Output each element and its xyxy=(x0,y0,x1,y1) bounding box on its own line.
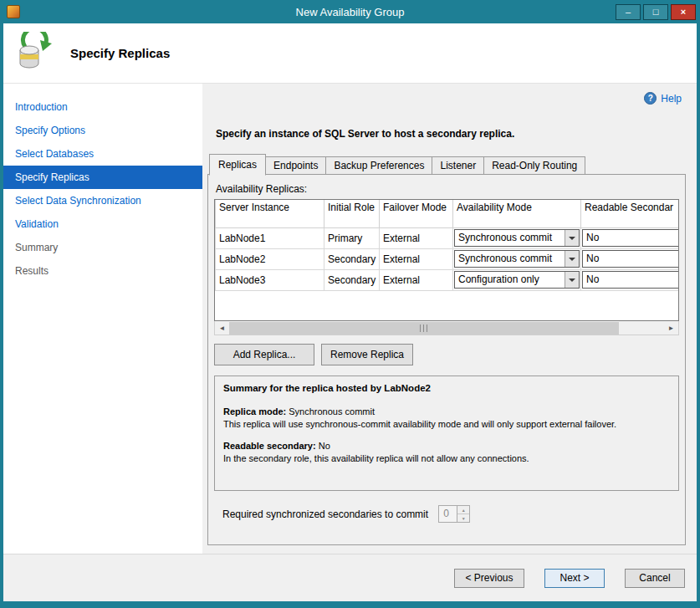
table-row: LabNode3 Secondary External Configuratio… xyxy=(216,269,680,290)
column-header-failover-mode: Failover Mode xyxy=(380,200,453,227)
cell-server-instance: LabNode3 xyxy=(216,269,324,290)
readable-secondary-dropdown[interactable]: No xyxy=(582,229,679,247)
dropdown-button[interactable] xyxy=(565,272,579,288)
availability-mode-value: Configuration only xyxy=(455,272,565,288)
title-bar: New Availability Group – □ × xyxy=(3,0,697,23)
sidebar-item-results: Results xyxy=(3,259,202,283)
readable-secondary-value: No xyxy=(319,441,330,451)
commit-setting-label: Required synchronized secondaries to com… xyxy=(222,508,428,520)
replica-database-icon xyxy=(15,32,54,74)
availability-mode-dropdown[interactable]: Synchronous commit xyxy=(454,250,580,268)
sidebar-item-select-databases[interactable]: Select Databases xyxy=(3,142,202,166)
help-link[interactable]: ? Help xyxy=(644,92,682,105)
wizard-steps-sidebar: Introduction Specify Options Select Data… xyxy=(3,84,202,554)
wizard-header: Specify Replicas xyxy=(3,23,697,84)
grid-header-row: Server Instance Initial Role Failover Mo… xyxy=(216,200,680,227)
spinner-up-icon[interactable]: ▲ xyxy=(457,506,469,513)
scroll-right-icon[interactable]: ► xyxy=(664,322,678,335)
secondaries-to-commit-spinner[interactable]: 0 ▲ ▼ xyxy=(438,505,470,523)
page-title: Specify Replicas xyxy=(70,46,170,60)
maximize-button[interactable]: □ xyxy=(643,4,668,20)
sidebar-item-specify-options[interactable]: Specify Options xyxy=(3,119,202,142)
chevron-down-icon xyxy=(569,258,575,261)
dropdown-button[interactable] xyxy=(565,251,579,267)
spinner-value: 0 xyxy=(439,506,457,522)
readable-secondary-line: Readable secondary: No xyxy=(223,441,670,452)
help-icon: ? xyxy=(644,92,657,105)
chevron-down-icon xyxy=(569,278,575,282)
replicas-tab-panel: Availability Replicas: Server Instance I… xyxy=(207,174,686,545)
tab-replicas[interactable]: Replicas xyxy=(209,154,266,176)
replica-summary-box: Summary for the replica hosted by LabNod… xyxy=(214,376,679,491)
replica-mode-label: Replica mode: xyxy=(223,406,286,416)
cell-server-instance: LabNode2 xyxy=(216,248,324,269)
cell-initial-role: Secondary xyxy=(324,248,380,269)
window-controls: – □ × xyxy=(616,4,697,20)
tab-strip: Replicas Endpoints Backup Preferences Li… xyxy=(209,154,686,175)
tab-backup-preferences[interactable]: Backup Preferences xyxy=(325,156,432,175)
dropdown-button[interactable] xyxy=(565,230,579,246)
readable-secondary-dropdown[interactable]: No xyxy=(582,271,679,289)
help-label: Help xyxy=(661,93,682,105)
column-header-availability-mode: Availability Mode xyxy=(453,200,581,227)
scroll-left-icon[interactable]: ◄ xyxy=(215,322,229,335)
readable-secondary-label: Readable secondary: xyxy=(223,441,316,451)
sidebar-item-select-data-synchronization[interactable]: Select Data Synchronization xyxy=(3,189,202,212)
app-icon xyxy=(7,5,20,18)
readable-secondary-dropdown[interactable]: No xyxy=(582,250,679,268)
sidebar-item-specify-replicas[interactable]: Specify Replicas xyxy=(3,166,202,189)
sidebar-item-validation[interactable]: Validation xyxy=(3,212,202,236)
availability-replicas-label: Availability Replicas: xyxy=(216,183,679,195)
cell-failover-mode: External xyxy=(380,248,453,269)
chevron-down-icon xyxy=(569,237,575,240)
column-header-initial-role: Initial Role xyxy=(324,200,380,227)
sidebar-item-summary: Summary xyxy=(3,236,202,259)
minimize-button[interactable]: – xyxy=(616,4,641,20)
column-header-readable-secondary: Readable Secondar xyxy=(581,200,680,227)
remove-replica-button[interactable]: Remove Replica xyxy=(321,344,413,365)
cancel-button[interactable]: Cancel xyxy=(625,569,685,588)
availability-mode-value: Synchronous commit xyxy=(455,251,565,267)
replica-mode-line: Replica mode: Synchronous commit xyxy=(223,406,670,417)
tab-endpoints[interactable]: Endpoints xyxy=(265,156,326,175)
tab-read-only-routing[interactable]: Read-Only Routing xyxy=(483,156,585,175)
next-button[interactable]: Next > xyxy=(544,569,605,588)
scrollbar-grip-icon xyxy=(420,324,428,332)
availability-replicas-grid: Server Instance Initial Role Failover Mo… xyxy=(214,199,679,321)
window-content: Specify Replicas Introduction Specify Op… xyxy=(3,23,697,601)
cell-initial-role: Secondary xyxy=(324,269,380,290)
instruction-text: Specify an instance of SQL Server to hos… xyxy=(216,128,686,140)
wizard-body: Introduction Specify Options Select Data… xyxy=(3,84,697,554)
cell-server-instance: LabNode1 xyxy=(216,227,324,248)
window-title: New Availability Group xyxy=(3,6,697,18)
replica-mode-description: This replica will use synchronous-commit… xyxy=(223,419,670,430)
readable-secondary-description: In the secondary role, this availability… xyxy=(223,453,670,464)
sidebar-item-introduction[interactable]: Introduction xyxy=(3,95,202,119)
commit-setting-row: Required synchronized secondaries to com… xyxy=(214,505,679,523)
availability-mode-dropdown[interactable]: Configuration only xyxy=(454,271,580,289)
spinner-down-icon[interactable]: ▼ xyxy=(457,513,469,522)
scrollbar-thumb[interactable] xyxy=(229,322,619,335)
cell-failover-mode: External xyxy=(380,227,453,248)
table-row: LabNode2 Secondary External Synchronous … xyxy=(216,248,680,269)
replica-mode-value: Synchronous commit xyxy=(289,406,375,416)
cell-initial-role: Primary xyxy=(324,227,380,248)
availability-mode-dropdown[interactable]: Synchronous commit xyxy=(454,229,580,247)
close-button[interactable]: × xyxy=(671,4,696,20)
summary-title: Summary for the replica hosted by LabNod… xyxy=(223,383,670,394)
table-row: LabNode1 Primary External Synchronous co… xyxy=(216,227,680,248)
wizard-footer: < Previous Next > Cancel xyxy=(3,554,697,601)
add-replica-button[interactable]: Add Replica... xyxy=(214,344,314,365)
column-header-server-instance: Server Instance xyxy=(216,200,324,227)
new-availability-group-window: New Availability Group – □ × Specify Rep… xyxy=(0,0,700,608)
tab-listener[interactable]: Listener xyxy=(432,156,484,175)
replica-buttons-row: Add Replica... Remove Replica xyxy=(214,344,679,365)
horizontal-scrollbar[interactable]: ◄ ► xyxy=(214,321,679,335)
main-panel: ? Help Specify an instance of SQL Server… xyxy=(202,84,697,554)
previous-button[interactable]: < Previous xyxy=(454,569,524,588)
spinner-buttons: ▲ ▼ xyxy=(457,506,469,522)
cell-failover-mode: External xyxy=(380,269,453,290)
availability-mode-value: Synchronous commit xyxy=(455,230,565,246)
